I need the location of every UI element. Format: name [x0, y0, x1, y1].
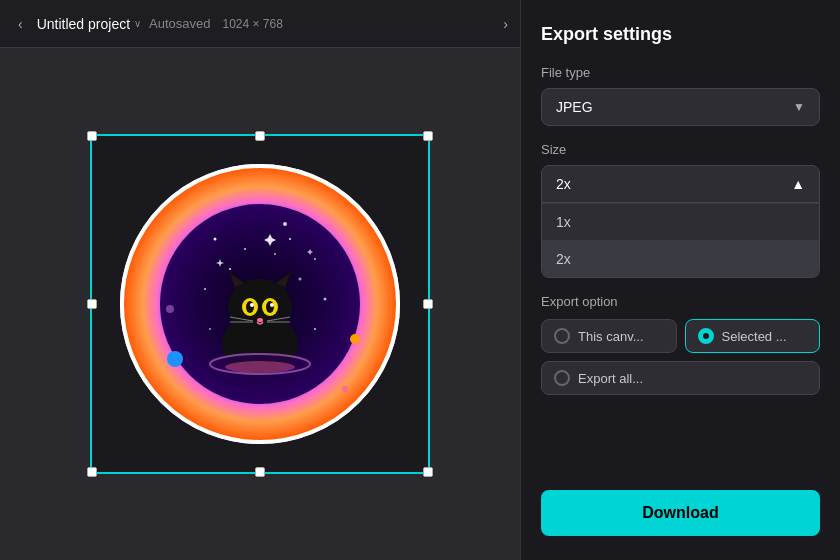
handle-mid-right[interactable]: [423, 299, 433, 309]
svg-point-38: [342, 386, 348, 392]
svg-point-39: [166, 305, 174, 313]
chevron-up-icon: ▲: [791, 176, 805, 192]
handle-bottom-mid[interactable]: [255, 467, 265, 477]
svg-point-27: [270, 303, 274, 307]
export-options-row: This canv... Selected ...: [541, 319, 820, 353]
svg-point-9: [244, 248, 246, 250]
panel-title: Export settings: [541, 24, 820, 45]
radio-export-all: [554, 370, 570, 386]
size-value: 2x: [556, 176, 571, 192]
export-option-selected[interactable]: Selected ...: [685, 319, 821, 353]
svg-point-37: [350, 334, 360, 344]
handle-top-mid[interactable]: [255, 131, 265, 141]
svg-point-28: [257, 318, 263, 322]
export-all-label: Export all...: [578, 371, 643, 386]
selected-label: Selected ...: [722, 329, 787, 344]
svg-point-26: [250, 303, 254, 307]
svg-point-11: [204, 288, 206, 290]
export-option-all[interactable]: Export all...: [541, 361, 820, 395]
svg-point-8: [299, 278, 302, 281]
canvas-frame: [90, 134, 430, 474]
svg-point-5: [283, 222, 287, 226]
chevron-down-icon: ▼: [793, 100, 805, 114]
file-type-label: File type: [541, 65, 820, 80]
artwork: [115, 159, 405, 449]
handle-top-right[interactable]: [423, 131, 433, 141]
svg-point-12: [324, 298, 327, 301]
svg-point-24: [246, 301, 254, 313]
forward-button[interactable]: ›: [503, 16, 508, 32]
size-option-2x[interactable]: 2x: [542, 240, 819, 277]
back-button[interactable]: ‹: [12, 12, 29, 36]
size-dropdown-container: 2x ▲ 1x 2x: [541, 165, 820, 278]
svg-point-36: [167, 351, 183, 367]
file-type-dropdown[interactable]: JPEG ▼: [541, 88, 820, 126]
canvas-area: ‹ Untitled project ∨ Autosaved 1024 × 76…: [0, 0, 520, 560]
file-type-value: JPEG: [556, 99, 593, 115]
export-panel: Export settings File type JPEG ▼ Size 2x…: [520, 0, 840, 560]
handle-mid-left[interactable]: [87, 299, 97, 309]
svg-point-15: [289, 238, 291, 240]
svg-point-6: [314, 258, 316, 260]
handle-top-left[interactable]: [87, 131, 97, 141]
download-button[interactable]: Download: [541, 490, 820, 536]
handle-bottom-left[interactable]: [87, 467, 97, 477]
size-options-list: 1x 2x: [541, 203, 820, 278]
autosaved-label: Autosaved: [149, 16, 210, 31]
svg-point-7: [229, 268, 231, 270]
svg-point-14: [314, 328, 316, 330]
size-label: Size: [541, 142, 820, 157]
dimensions-label: 1024 × 768: [223, 17, 283, 31]
size-option-1x[interactable]: 1x: [542, 203, 819, 240]
export-option-label: Export option: [541, 294, 820, 309]
this-canvas-label: This canv...: [578, 329, 644, 344]
size-dropdown-header[interactable]: 2x ▲: [541, 165, 820, 203]
svg-point-10: [274, 253, 276, 255]
canvas-workspace: [0, 48, 520, 560]
radio-selected: [698, 328, 714, 344]
svg-point-25: [266, 301, 274, 313]
top-bar: ‹ Untitled project ∨ Autosaved 1024 × 76…: [0, 0, 520, 48]
svg-point-35: [225, 361, 295, 373]
export-all-row: Export all...: [541, 361, 820, 395]
radio-this-canvas: [554, 328, 570, 344]
export-option-this-canvas[interactable]: This canv...: [541, 319, 677, 353]
svg-point-13: [209, 328, 211, 330]
handle-bottom-right[interactable]: [423, 467, 433, 477]
svg-point-4: [214, 238, 217, 241]
project-name[interactable]: Untitled project ∨: [37, 16, 141, 32]
